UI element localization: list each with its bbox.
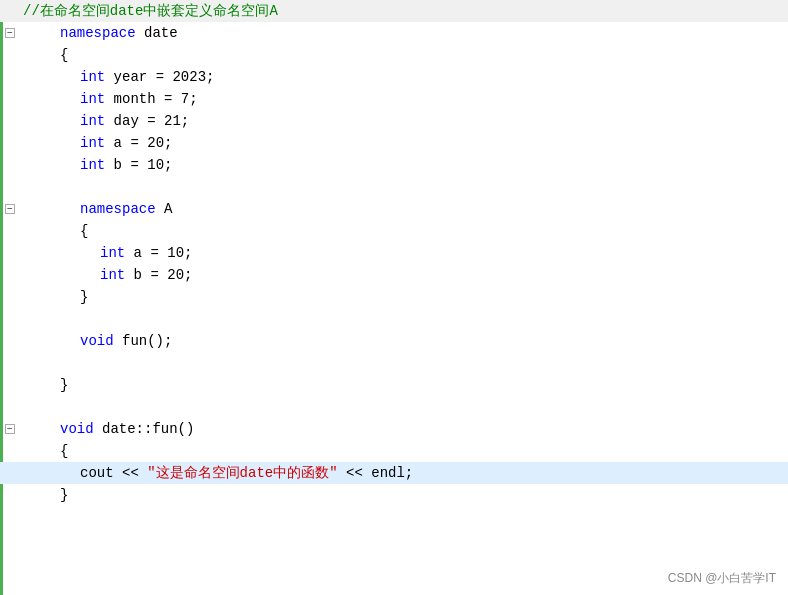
- code-line-6: int a = 20;: [0, 132, 788, 154]
- code-line-22: }: [0, 484, 788, 506]
- token: <<: [338, 465, 372, 481]
- token: int: [80, 113, 105, 129]
- code-line-12: int b = 20;: [0, 264, 788, 286]
- line-content-17: }: [60, 377, 788, 393]
- token: int: [80, 91, 105, 107]
- token: int: [100, 267, 125, 283]
- code-line-3: int year = 2023;: [0, 66, 788, 88]
- code-line-2: {: [0, 44, 788, 66]
- fold-button-9[interactable]: −: [5, 204, 15, 214]
- code-line-5: int day = 21;: [0, 110, 788, 132]
- token: }: [80, 289, 88, 305]
- code-line-4: int month = 7;: [0, 88, 788, 110]
- code-line-9: −namespace A: [0, 198, 788, 220]
- token: "这是命名空间date中的函数": [147, 465, 337, 481]
- line-content-4: int month = 7;: [60, 91, 788, 107]
- token: namespace: [80, 201, 156, 217]
- code-line-11: int a = 10;: [0, 242, 788, 264]
- line-content-11: int a = 10;: [60, 245, 788, 261]
- token: date::fun(): [94, 421, 195, 437]
- token: {: [80, 223, 88, 239]
- code-line-8: [0, 176, 788, 198]
- token: void: [80, 333, 114, 349]
- token: a = 10;: [125, 245, 192, 261]
- comment-text: //在命名空间date中嵌套定义命名空间A: [23, 2, 278, 20]
- line-content-1: namespace date: [60, 25, 788, 41]
- token: <<: [114, 465, 148, 481]
- line-content-21: cout << "这是命名空间date中的函数" << endl;: [60, 464, 788, 482]
- code-line-19: −void date::fun(): [0, 418, 788, 440]
- fold-button-19[interactable]: −: [5, 424, 15, 434]
- code-line-15: void fun();: [0, 330, 788, 352]
- comment-line: //在命名空间date中嵌套定义命名空间A: [0, 0, 788, 22]
- code-line-10: {: [0, 220, 788, 242]
- token: year = 2023;: [105, 69, 214, 85]
- token: int: [80, 157, 105, 173]
- token: fun();: [114, 333, 173, 349]
- token: {: [60, 443, 68, 459]
- gutter-9: −: [0, 204, 20, 214]
- code-line-1: −namespace date: [0, 22, 788, 44]
- code-line-14: [0, 308, 788, 330]
- line-content-19: void date::fun(): [60, 421, 788, 437]
- code-line-16: [0, 352, 788, 374]
- code-line-18: [0, 396, 788, 418]
- line-content-12: int b = 20;: [60, 267, 788, 283]
- token: month = 7;: [105, 91, 197, 107]
- token: endl: [371, 465, 405, 481]
- gutter-19: −: [0, 424, 20, 434]
- token: b = 10;: [105, 157, 172, 173]
- token: {: [60, 47, 68, 63]
- code-line-7: int b = 10;: [0, 154, 788, 176]
- line-content-3: int year = 2023;: [60, 69, 788, 85]
- line-content-13: }: [60, 289, 788, 305]
- line-content-9: namespace A: [60, 201, 788, 217]
- code-line-13: }: [0, 286, 788, 308]
- token: int: [80, 135, 105, 151]
- fold-button-1[interactable]: −: [5, 28, 15, 38]
- line-content-20: {: [60, 443, 788, 459]
- line-content-10: {: [60, 223, 788, 239]
- token: int: [100, 245, 125, 261]
- code-lines-container: −namespace date{int year = 2023;int mont…: [0, 22, 788, 506]
- token: }: [60, 487, 68, 503]
- code-line-20: {: [0, 440, 788, 462]
- line-content-7: int b = 10;: [60, 157, 788, 173]
- code-container: //在命名空间date中嵌套定义命名空间A −namespace date{in…: [0, 0, 788, 595]
- line-content-2: {: [60, 47, 788, 63]
- token: b = 20;: [125, 267, 192, 283]
- line-content-15: void fun();: [60, 333, 788, 349]
- token: day = 21;: [105, 113, 189, 129]
- token: ;: [405, 465, 413, 481]
- line-content-5: int day = 21;: [60, 113, 788, 129]
- token: A: [156, 201, 173, 217]
- token: date: [136, 25, 178, 41]
- token: }: [60, 377, 68, 393]
- token: void: [60, 421, 94, 437]
- watermark: CSDN @小白苦学IT: [668, 570, 776, 587]
- code-line-17: }: [0, 374, 788, 396]
- code-line-21: cout << "这是命名空间date中的函数" << endl;: [0, 462, 788, 484]
- token: cout: [80, 465, 114, 481]
- token: int: [80, 69, 105, 85]
- code-area: //在命名空间date中嵌套定义命名空间A −namespace date{in…: [0, 0, 788, 506]
- line-content-6: int a = 20;: [60, 135, 788, 151]
- line-content-22: }: [60, 487, 788, 503]
- token: namespace: [60, 25, 136, 41]
- token: a = 20;: [105, 135, 172, 151]
- gutter-1: −: [0, 28, 20, 38]
